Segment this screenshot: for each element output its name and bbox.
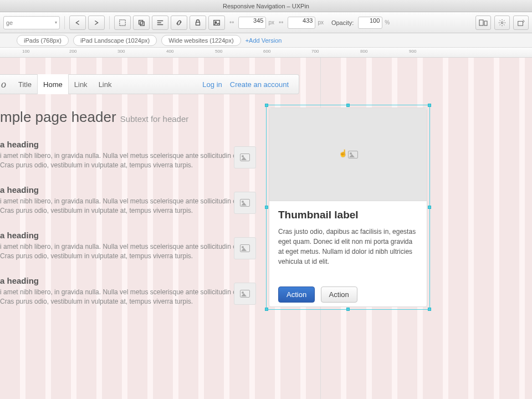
export-button[interactable] [513,16,529,30]
media-body: i amet nibh libero, in gravida nulla. Nu… [0,197,260,216]
card-secondary-button[interactable]: Action [321,287,357,303]
media-item-3[interactable]: a heading i amet nibh libero, in gravida… [0,231,260,261]
thumbnail-card[interactable]: Thumbnail label Cras justo odio, dapibus… [269,108,427,307]
page-selector-dropdown[interactable]: ge [3,16,60,29]
width-control: 345 px [238,17,274,29]
window-title: Responsive Navigation – UXPin [223,3,309,9]
create-account-link[interactable]: Create an account [230,80,289,89]
selection-button[interactable] [114,16,131,30]
settings-button[interactable] [494,16,510,30]
media-thumbnail-2[interactable] [234,192,256,214]
nav-item-link-1[interactable]: Link [69,74,93,94]
move-cursor-icon [339,150,346,158]
nav-item-title[interactable]: Title [13,74,37,94]
copy-button[interactable] [133,16,150,30]
svg-rect-3 [196,22,200,25]
card-image-area[interactable] [269,108,427,201]
separator: •• [229,19,234,27]
media-heading: a heading [0,140,260,149]
image-placeholder-icon [240,244,250,252]
login-link[interactable]: Log in [202,80,222,89]
separator [109,16,110,29]
align-button[interactable] [152,16,168,30]
media-item-2[interactable]: a heading i amet nibh libero, in gravida… [0,185,260,216]
media-body: i amet nibh libero, in gravida nulla. Nu… [0,151,260,170]
breakpoint-tab-ipad-landscape[interactable]: iPad Landscape (1024px) [73,35,157,46]
card-text[interactable]: Cras justo odio, dapibus ac facilisis in… [278,227,418,267]
image-placeholder-icon [348,151,358,158]
nav-item-link-2[interactable]: Link [93,74,117,94]
media-heading: a heading [0,276,260,285]
nav-item-home[interactable]: Home [37,74,69,94]
main-toolbar: ge •• 345 px •• 433 px Opacity: 100 % [0,12,532,33]
window-titlebar: Responsive Navigation – UXPin [0,0,532,12]
media-thumbnail-3[interactable] [234,237,256,259]
toolbar-right [475,16,529,30]
width-input[interactable]: 345 [238,17,266,29]
design-canvas[interactable]: o Title Home Link Link Log in Create an … [0,58,532,399]
breakpoint-tab-ipads[interactable]: iPads (768px) [17,35,69,46]
media-heading: a heading [0,185,260,195]
undo-button[interactable] [69,16,86,30]
link-button[interactable] [171,16,187,30]
height-control: 433 px [288,17,324,29]
page-header-title: mple page header [0,109,116,125]
lock-button[interactable] [190,16,206,30]
media-heading: a heading [0,231,260,240]
separator: •• [279,19,283,27]
breakpoint-tab-wide[interactable]: Wide websites (1224px) [161,35,241,46]
opacity-unit: % [385,19,390,25]
media-thumbnail-1[interactable] [234,146,256,168]
image-placeholder-icon [240,154,250,161]
height-input[interactable]: 433 [288,17,315,29]
width-unit: px [268,19,274,25]
opacity-control: 100 % [358,17,390,29]
card-body: Thumbnail label Cras justo odio, dapibus… [269,201,427,310]
svg-rect-0 [120,19,126,25]
media-item-4[interactable]: a heading i amet nibh libero, in gravida… [0,276,260,306]
svg-rect-2 [140,22,144,25]
media-body: i amet nibh libero, in gravida nulla. Nu… [0,242,260,261]
page-selector-label: ge [6,19,13,26]
separator [64,16,65,29]
horizontal-ruler[interactable]: 100 200 300 400 500 600 700 800 900 [0,48,532,58]
svg-rect-7 [484,21,487,25]
card-primary-button[interactable]: Action [278,287,315,303]
image-button[interactable] [208,16,225,30]
page-header[interactable]: mple page header Subtext for header [0,109,188,126]
redo-button[interactable] [88,16,105,30]
opacity-input[interactable]: 100 [358,17,382,29]
object-group [114,16,225,30]
opacity-label: Opacity: [331,19,354,26]
svg-rect-9 [518,21,523,25]
media-body: i amet nibh libero, in gravida nulla. Nu… [0,288,260,306]
brand-logo[interactable]: o [0,79,13,90]
svg-point-8 [501,22,503,24]
card-title[interactable]: Thumbnail label [278,209,418,221]
breakpoint-bar: iPads (768px) iPad Landscape (1024px) Wi… [0,33,532,48]
responsive-view-button[interactable] [475,16,491,30]
svg-rect-6 [479,20,483,25]
svg-rect-1 [139,20,143,24]
media-thumbnail-4[interactable] [234,283,256,305]
image-placeholder-icon [240,199,250,207]
media-item-1[interactable]: a heading i amet nibh libero, in gravida… [0,140,260,170]
page-header-subtext: Subtext for header [120,114,188,124]
image-placeholder-icon [240,290,250,298]
mockup-navbar[interactable]: o Title Home Link Link Log in Create an … [0,74,299,94]
add-version-link[interactable]: +Add Version [245,37,282,44]
nav-right-group: Log in Create an account [202,80,299,89]
history-group [69,16,105,30]
height-unit: px [318,19,324,25]
